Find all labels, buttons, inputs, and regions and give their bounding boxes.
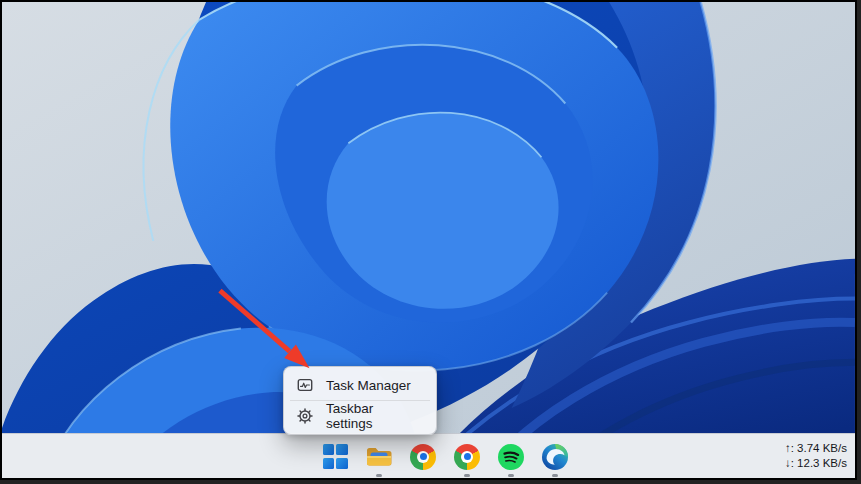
chrome-icon <box>410 444 436 470</box>
running-indicator <box>508 474 514 477</box>
desktop: ↑: 3.74 KB/s ↓: 12.3 KB/s Task Manager T… <box>0 0 857 480</box>
taskbar-icon-group <box>313 434 577 479</box>
windows-start-icon <box>323 444 348 469</box>
spotify-icon <box>498 444 524 470</box>
menu-item-label: Task Manager <box>326 378 411 393</box>
chrome-button[interactable] <box>401 434 445 479</box>
chrome-button-2[interactable] <box>445 434 489 479</box>
menu-item-task-manager[interactable]: Task Manager <box>288 371 432 399</box>
taskbar-context-menu: Task Manager Taskbar settings <box>283 366 437 435</box>
task-manager-icon <box>297 377 313 393</box>
network-speed-tray[interactable]: ↑: 3.74 KB/s ↓: 12.3 KB/s <box>785 441 847 471</box>
edge-button[interactable] <box>533 434 577 479</box>
edge-icon <box>542 444 568 470</box>
download-speed: ↓: 12.3 KB/s <box>785 456 847 471</box>
running-indicator <box>552 474 558 477</box>
chrome-icon <box>454 444 480 470</box>
spotify-button[interactable] <box>489 434 533 479</box>
running-indicator <box>464 474 470 477</box>
file-explorer-icon <box>366 444 392 470</box>
upload-speed: ↑: 3.74 KB/s <box>785 441 847 456</box>
menu-item-label: Taskbar settings <box>326 401 423 431</box>
start-button[interactable] <box>313 434 357 479</box>
file-explorer-button[interactable] <box>357 434 401 479</box>
running-indicator <box>376 474 382 477</box>
gear-icon <box>297 408 313 424</box>
menu-item-taskbar-settings[interactable]: Taskbar settings <box>288 402 432 430</box>
taskbar: ↑: 3.74 KB/s ↓: 12.3 KB/s <box>2 433 855 478</box>
